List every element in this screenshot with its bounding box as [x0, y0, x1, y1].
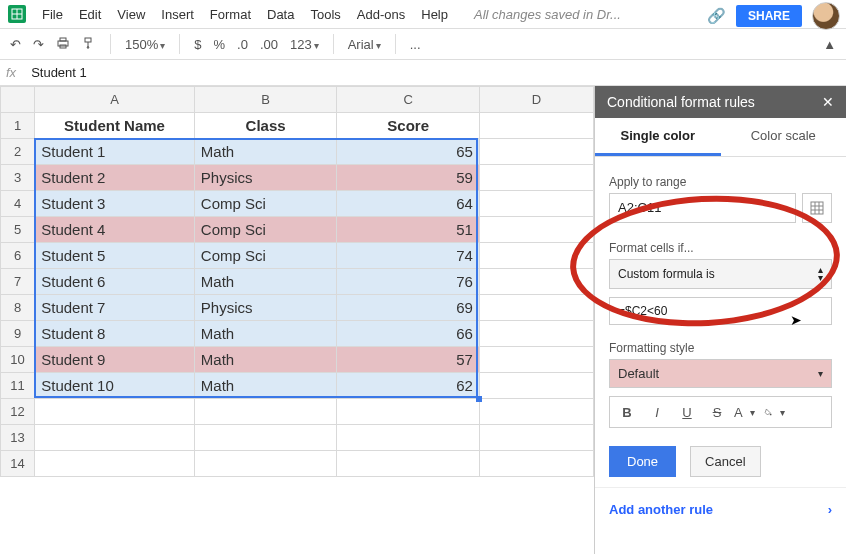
cell-D2[interactable]: [479, 139, 593, 165]
cell-A9[interactable]: Student 8: [35, 321, 195, 347]
cell-C13[interactable]: [337, 425, 480, 451]
formula-input[interactable]: Student 1: [30, 64, 88, 81]
cell-A6[interactable]: Student 5: [35, 243, 195, 269]
menu-view[interactable]: View: [117, 7, 145, 22]
redo-button[interactable]: ↷: [33, 37, 44, 52]
paint-format-button[interactable]: [82, 36, 96, 53]
menu-help[interactable]: Help: [421, 7, 448, 22]
menu-addons[interactable]: Add-ons: [357, 7, 405, 22]
cell-C5[interactable]: 51: [337, 217, 480, 243]
row-header-8[interactable]: 8: [1, 295, 35, 321]
fill-color-button[interactable]: ▾: [764, 401, 790, 423]
cell-B9[interactable]: Math: [194, 321, 337, 347]
share-button[interactable]: SHARE: [736, 5, 802, 27]
underline-button[interactable]: U: [674, 401, 700, 423]
col-header-A[interactable]: A: [35, 87, 195, 113]
cell-B3[interactable]: Physics: [194, 165, 337, 191]
cell-B5[interactable]: Comp Sci: [194, 217, 337, 243]
decrease-decimal-button[interactable]: .0: [237, 37, 248, 52]
cell-B4[interactable]: Comp Sci: [194, 191, 337, 217]
cell-A4[interactable]: Student 3: [35, 191, 195, 217]
increase-decimal-button[interactable]: .00: [260, 37, 278, 52]
col-header-B[interactable]: B: [194, 87, 337, 113]
cell-D7[interactable]: [479, 269, 593, 295]
done-button[interactable]: Done: [609, 446, 676, 477]
zoom-select[interactable]: 150%▾: [125, 37, 165, 52]
row-header-14[interactable]: 14: [1, 451, 35, 477]
cell-A7[interactable]: Student 6: [35, 269, 195, 295]
add-rule-link[interactable]: Add another rule ›: [595, 487, 846, 531]
cell-D9[interactable]: [479, 321, 593, 347]
cell-D8[interactable]: [479, 295, 593, 321]
row-header-4[interactable]: 4: [1, 191, 35, 217]
cell-D3[interactable]: [479, 165, 593, 191]
cell-B7[interactable]: Math: [194, 269, 337, 295]
close-icon[interactable]: ✕: [822, 94, 834, 110]
cell-A8[interactable]: Student 7: [35, 295, 195, 321]
menu-edit[interactable]: Edit: [79, 7, 101, 22]
print-button[interactable]: [56, 36, 70, 53]
cell-D4[interactable]: [479, 191, 593, 217]
cell-D5[interactable]: [479, 217, 593, 243]
cell-C9[interactable]: 66: [337, 321, 480, 347]
col-header-C[interactable]: C: [337, 87, 480, 113]
cell-D14[interactable]: [479, 451, 593, 477]
row-header-1[interactable]: 1: [1, 113, 35, 139]
cell-D13[interactable]: [479, 425, 593, 451]
text-color-button[interactable]: A▾: [734, 401, 760, 423]
link-icon[interactable]: 🔗: [707, 7, 726, 25]
cell-A10[interactable]: Student 9: [35, 347, 195, 373]
cell-C14[interactable]: [337, 451, 480, 477]
tab-color-scale[interactable]: Color scale: [721, 118, 847, 156]
cell-C8[interactable]: 69: [337, 295, 480, 321]
row-header-3[interactable]: 3: [1, 165, 35, 191]
sheets-app-icon[interactable]: [8, 5, 26, 23]
cell-B2[interactable]: Math: [194, 139, 337, 165]
cell-C11[interactable]: 62: [337, 373, 480, 399]
cell-A3[interactable]: Student 2: [35, 165, 195, 191]
cell-B11[interactable]: Math: [194, 373, 337, 399]
cell-D12[interactable]: [479, 399, 593, 425]
cell-C1[interactable]: Score: [337, 113, 480, 139]
spreadsheet[interactable]: ABCD1Student NameClassScore2Student 1Mat…: [0, 86, 594, 554]
bold-button[interactable]: B: [614, 401, 640, 423]
undo-button[interactable]: ↶: [10, 37, 21, 52]
range-input[interactable]: A2:C11: [609, 193, 796, 223]
cell-D10[interactable]: [479, 347, 593, 373]
toolbar-more[interactable]: ...: [410, 37, 421, 52]
cell-D6[interactable]: [479, 243, 593, 269]
font-select[interactable]: Arial▾: [348, 37, 381, 52]
row-header-13[interactable]: 13: [1, 425, 35, 451]
toolbar-collapse[interactable]: ▲: [823, 37, 836, 52]
row-header-10[interactable]: 10: [1, 347, 35, 373]
percent-button[interactable]: %: [213, 37, 225, 52]
menu-insert[interactable]: Insert: [161, 7, 194, 22]
strike-button[interactable]: S: [704, 401, 730, 423]
row-header-5[interactable]: 5: [1, 217, 35, 243]
cell-B8[interactable]: Physics: [194, 295, 337, 321]
cell-B10[interactable]: Math: [194, 347, 337, 373]
currency-button[interactable]: $: [194, 37, 201, 52]
row-header-12[interactable]: 12: [1, 399, 35, 425]
number-format-button[interactable]: 123▾: [290, 37, 319, 52]
cell-A1[interactable]: Student Name: [35, 113, 195, 139]
cell-B12[interactable]: [194, 399, 337, 425]
menu-format[interactable]: Format: [210, 7, 251, 22]
cell-A11[interactable]: Student 10: [35, 373, 195, 399]
menu-file[interactable]: File: [42, 7, 63, 22]
row-header-9[interactable]: 9: [1, 321, 35, 347]
tab-single-color[interactable]: Single color: [595, 118, 721, 156]
cell-C10[interactable]: 57: [337, 347, 480, 373]
cell-C2[interactable]: 65: [337, 139, 480, 165]
cell-A5[interactable]: Student 4: [35, 217, 195, 243]
select-all-cell[interactable]: [1, 87, 35, 113]
cell-B13[interactable]: [194, 425, 337, 451]
menu-tools[interactable]: Tools: [310, 7, 340, 22]
formatting-style-select[interactable]: Default ▾: [609, 359, 832, 388]
cell-B1[interactable]: Class: [194, 113, 337, 139]
cell-C6[interactable]: 74: [337, 243, 480, 269]
avatar[interactable]: [812, 2, 840, 30]
cell-A2[interactable]: Student 1: [35, 139, 195, 165]
custom-formula-input[interactable]: =$C2<60: [609, 297, 832, 325]
italic-button[interactable]: I: [644, 401, 670, 423]
